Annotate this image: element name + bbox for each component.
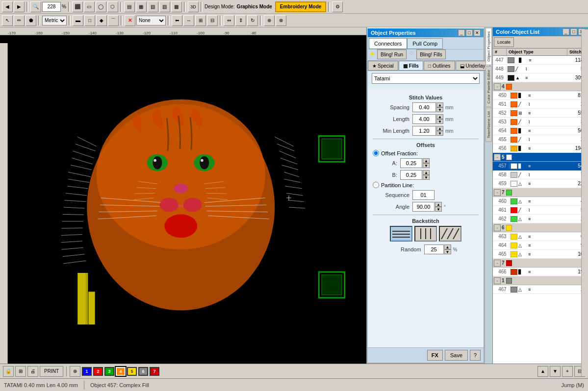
group7b-expand[interactable]: - [494, 260, 501, 267]
partition-line-radio[interactable] [373, 182, 379, 188]
rotate-btn[interactable]: ↻ [247, 15, 258, 26]
panel-float-btn[interactable]: □ [466, 29, 473, 36]
angle-down[interactable]: ▼ [435, 207, 442, 212]
b-up[interactable]: ▲ [423, 170, 430, 175]
angle-up[interactable]: ▲ [435, 202, 442, 207]
fx-button[interactable]: FX [427, 350, 443, 361]
list-item[interactable]: 461 ╱ ⌇ 51 [493, 206, 588, 215]
save-button[interactable]: Save [445, 350, 468, 361]
color-chip-2[interactable]: 2 [93, 367, 103, 376]
stitch-pattern-3[interactable] [439, 226, 461, 242]
color-chip-6[interactable]: 6 [138, 367, 148, 376]
angle-input[interactable] [412, 202, 435, 212]
color-chip-1[interactable]: 1 [82, 367, 92, 376]
node-btn[interactable]: ◆ [96, 15, 107, 26]
outlines-tab[interactable]: □ Outlines [424, 61, 455, 71]
a-up[interactable]: ▲ [423, 158, 430, 163]
vtab-object-properties[interactable]: Object Properties [486, 28, 492, 65]
tool-btn-6[interactable]: ▦ [136, 1, 147, 12]
bling-fills-btn[interactable]: Bling! Fills [416, 49, 446, 59]
redo-btn[interactable]: ▶ [14, 1, 25, 12]
metric-select[interactable]: Metric [42, 16, 67, 25]
curve-btn[interactable]: ⌒ [108, 15, 119, 26]
group4-expand[interactable]: - [494, 83, 501, 90]
list-item[interactable]: 454 ▊ ≡ 565 [493, 126, 588, 135]
color-chip-4[interactable]: 4 [116, 367, 126, 376]
settings-btn[interactable]: ⚙ [332, 1, 343, 12]
extra-btn2[interactable]: ⊗ [276, 15, 286, 26]
min-length-input[interactable] [412, 126, 436, 136]
group-btn[interactable]: ⊞ [195, 15, 206, 26]
pull-comp-tab[interactable]: Pull Comp [407, 38, 443, 49]
group-header-5[interactable]: - 5 [493, 153, 588, 162]
list-item[interactable]: 448 ╱ ⌇ 52 [493, 65, 588, 73]
list-item[interactable]: 458 ╱ ⌇ 70 [493, 171, 588, 179]
flip-v-btn[interactable]: ⇕ [235, 15, 246, 26]
nav-down-btn[interactable]: ▼ [550, 366, 561, 377]
min-length-up[interactable]: ▲ [436, 126, 443, 131]
offset-fraction-radio[interactable] [373, 150, 379, 156]
list-item[interactable]: 447 ▊ ≡ 1187 [493, 56, 588, 65]
list-item[interactable]: 460 △ ≡ 44 [493, 197, 588, 206]
random-input[interactable] [424, 244, 444, 254]
lock-btn[interactable]: 🔒 [3, 366, 14, 377]
zoom-input[interactable]: 228 [42, 2, 61, 12]
length-input[interactable] [412, 114, 436, 124]
fills-tab[interactable]: ▦ Fills [399, 61, 423, 71]
tool-btn-1[interactable]: ⬛ [72, 1, 83, 12]
view-btn[interactable]: ⊞ [15, 366, 26, 377]
undo-btn[interactable]: ◀ [2, 1, 13, 12]
vtab-team-name[interactable]: TeamName List [486, 108, 492, 142]
list-item[interactable]: 453 ╱ ⌇ 34 [493, 118, 588, 126]
length-up[interactable]: ▲ [436, 114, 443, 119]
sequence-input[interactable] [412, 190, 435, 200]
a-input[interactable] [400, 158, 422, 168]
embroidery-mode-btn[interactable]: Embroidery Mode [275, 1, 326, 12]
b-down[interactable]: ▼ [423, 175, 430, 180]
random-down[interactable]: ▼ [444, 249, 451, 254]
stitch-pattern-2[interactable] [414, 226, 437, 242]
3d-btn[interactable]: 3D [188, 1, 199, 12]
stitch-pattern-1[interactable] [390, 226, 412, 242]
flip-h-btn[interactable]: ⇔ [224, 15, 234, 26]
spacing-input[interactable] [412, 102, 436, 112]
nav-up-btn[interactable]: ▲ [537, 366, 548, 377]
tool-btn-9[interactable]: ▩ [171, 1, 182, 12]
pen-tool[interactable]: ✏ [14, 15, 25, 26]
length-down[interactable]: ▼ [436, 119, 443, 124]
list-item[interactable]: 455 ╱ ⌇ 22 [493, 135, 588, 144]
a-down[interactable]: ▼ [423, 163, 430, 168]
spacing-down[interactable]: ▼ [436, 107, 443, 112]
min-length-down[interactable]: ▼ [436, 131, 443, 136]
list-item[interactable]: 457 ▊ ≡ 545 [493, 162, 588, 171]
group-header-6[interactable]: - 6 [493, 223, 588, 232]
locate-btn[interactable]: Locate [494, 37, 514, 47]
bling-run-btn[interactable]: Bling! Run [377, 49, 407, 59]
list-item[interactable]: 465 △ ≡ 108 [493, 250, 588, 259]
panel-minimize-btn[interactable]: _ [458, 29, 465, 36]
tool-btn-4[interactable]: ⬡ [107, 1, 118, 12]
b-input[interactable] [400, 170, 422, 180]
list-item[interactable]: 449 ▲ ≡ 3093 [493, 73, 588, 82]
list-item[interactable]: 464 △ ≡ 97 [493, 241, 588, 250]
list-item[interactable]: 450 ▊ ≡ 817 [493, 91, 588, 100]
print-btn2[interactable]: 🖨 [27, 366, 38, 377]
panel-close-btn[interactable]: ✕ [474, 29, 481, 36]
canvas-content[interactable]: ◀ ▶ ▲ ▼ [16, 43, 367, 364]
color-chip-3[interactable]: 3 [104, 367, 114, 376]
nav-icon-btn[interactable]: ⊕ [70, 366, 80, 377]
tool-btn-8[interactable]: ▨ [159, 1, 170, 12]
col-list-scrollbar[interactable] [581, 29, 588, 376]
spacing-up[interactable]: ▲ [436, 102, 443, 107]
tool-btn-5[interactable]: ▤ [124, 1, 135, 12]
list-item[interactable]: 459 △ ≡ 229 [493, 179, 588, 188]
ungroup-btn[interactable]: ⊟ [207, 15, 218, 26]
tool-btn-7[interactable]: ▧ [148, 1, 158, 12]
help-button[interactable]: ? [470, 350, 481, 361]
fill-btn[interactable]: ▬ [73, 15, 83, 26]
list-item[interactable]: 452 ⊞ ≡ 553 [493, 109, 588, 118]
color-chip-5[interactable]: 5 [127, 367, 137, 376]
print-label-btn[interactable]: PRINT [40, 366, 63, 377]
vtab-color-palette[interactable]: Color Palette Editor [486, 66, 492, 107]
group5-expand[interactable]: - [494, 154, 501, 161]
